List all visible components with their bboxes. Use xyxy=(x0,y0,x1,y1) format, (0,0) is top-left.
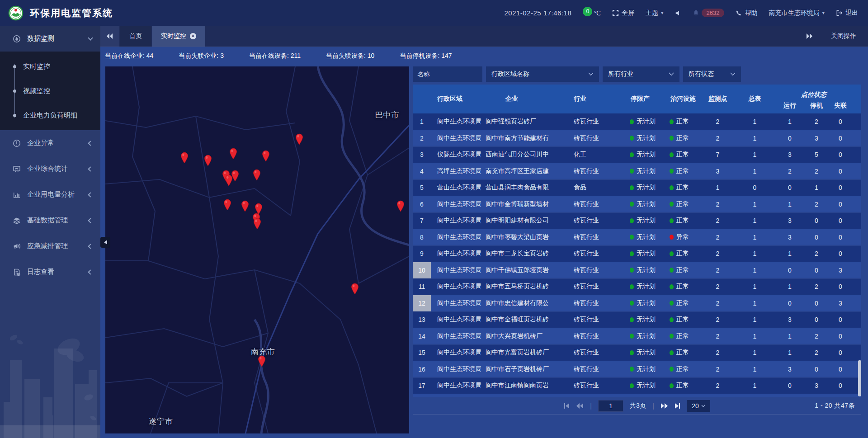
sidebar-subitem-1[interactable]: 视频监控 xyxy=(0,79,100,103)
cell-industry: 砖瓦行业 xyxy=(569,266,626,274)
fullscreen-button[interactable]: 全屏 xyxy=(612,9,634,17)
map-marker-pin[interactable] xyxy=(241,200,250,212)
tabs-scroll-left-button[interactable] xyxy=(100,26,119,47)
cell-region: 阆中生态环境局 xyxy=(431,332,481,340)
table-row[interactable]: 11阆中生态环境局阆中市五马桥页岩机砖砖瓦行业无计划正常21120 xyxy=(413,278,861,295)
sidebar-item-3[interactable]: 企业用电量分析 xyxy=(0,182,100,207)
cell-facility-status: 正常 xyxy=(666,283,700,291)
close-operations-button[interactable]: 关闭操作 xyxy=(831,32,856,40)
map-marker-pin[interactable] xyxy=(252,169,261,181)
map-marker-pin[interactable] xyxy=(295,133,304,145)
table-row[interactable]: 14阆中生态环境局阆中大兴页岩机砖厂砖瓦行业无计划正常21120 xyxy=(413,328,861,345)
table-row[interactable]: 7阆中生态环境局阆中明阳建材有限公司砖瓦行业无计划正常21300 xyxy=(413,212,861,229)
cell-company: 营山县润丰肉食品有限 xyxy=(481,184,569,192)
table-row[interactable]: 10阆中生态环境局阆中千佛镇五郎垭页岩砖瓦行业无计划正常21003 xyxy=(413,262,861,279)
page-size-select[interactable]: 20 xyxy=(687,400,710,412)
cell-facility-status: 正常 xyxy=(666,316,700,324)
tab-close-icon[interactable]: × xyxy=(190,33,196,39)
next-page-button[interactable] xyxy=(660,403,668,409)
sidebar-item-6[interactable]: 日志查看 xyxy=(0,259,100,285)
stat-item-4: 当前停机设备: 147 xyxy=(400,52,452,60)
sidebar-collapse-button[interactable] xyxy=(100,237,110,248)
record-range-label: 1 - 20 共47条 xyxy=(815,402,855,410)
table-row[interactable]: 5营山生态环境局营山县润丰肉食品有限食品无计划正常10010 xyxy=(413,179,861,196)
page-number-input[interactable] xyxy=(598,400,623,412)
status-dot-green-icon xyxy=(630,152,634,157)
right-panel: 行政区域名称 所有行业 所有状态 xyxy=(413,66,861,432)
sidebar-item-5[interactable]: 应急减排管理 xyxy=(0,233,100,259)
map-marker-pin[interactable] xyxy=(223,199,232,211)
cell-stopped: 2 xyxy=(805,118,828,125)
sidebar-item-1[interactable]: 企业异常 xyxy=(0,130,100,156)
table-row[interactable]: 12阆中生态环境局阆中市忠信建材有限公砖瓦行业无计划正常21003 xyxy=(413,295,861,312)
map-marker-pin[interactable] xyxy=(257,355,266,367)
map-marker-pin[interactable] xyxy=(396,200,405,212)
theme-dropdown[interactable]: 主题 ▾ xyxy=(646,9,664,17)
cell-monitor-points: 2 xyxy=(700,300,735,307)
table-row[interactable]: 8阆中生态环境局阆中市枣碧大梁山页岩砖瓦行业无计划异常21300 xyxy=(413,229,861,246)
row-number: 11 xyxy=(413,278,431,295)
table-row[interactable]: 13阆中生态环境局阆中市金福旺页岩机砖砖瓦行业无计划正常21300 xyxy=(413,311,861,328)
map-marker-pin[interactable] xyxy=(261,150,270,162)
map-city-label: 巴中市 xyxy=(375,110,400,120)
cell-company: 阆中千佛镇五郎垭页岩 xyxy=(481,266,569,274)
sidebar-item-4[interactable]: 基础数据管理 xyxy=(0,207,100,233)
row-number: 12 xyxy=(413,295,431,312)
notification-button[interactable]: 2632 xyxy=(693,9,725,17)
table-row[interactable]: 17阆中生态环境局阆中市江南镇阆南页岩砖瓦行业无计划正常21030 xyxy=(413,377,861,394)
map-panel[interactable]: 巴中市南充市遂宁市 xyxy=(105,66,409,433)
region-filter-value: 行政区域名称 xyxy=(491,70,529,78)
last-page-button[interactable] xyxy=(674,403,680,409)
tab-label: 首页 xyxy=(129,32,142,40)
theme-label: 主题 xyxy=(646,9,658,17)
map-marker-pin[interactable] xyxy=(180,152,189,164)
table-row[interactable]: 18南部生态环境局南部县砌伍上河有限公建材加工无计划正常60060 xyxy=(413,394,861,398)
table-row[interactable]: 1阆中生态环境局阆中强锐页岩砖厂砖瓦行业无计划正常21120 xyxy=(413,113,861,130)
table-row[interactable]: 9阆中生态环境局阆中市二龙长宝页岩砖砖瓦行业无计划正常21120 xyxy=(413,245,861,262)
sidebar-item-label: 数据监测 xyxy=(27,34,82,43)
sidebar-item-2[interactable]: 企业综合统计 xyxy=(0,156,100,182)
sidebar-subitem-0[interactable]: 实时监控 xyxy=(0,54,100,79)
tabs-scroll-right-button[interactable] xyxy=(807,33,813,39)
cell-facility-status: 正常 xyxy=(666,134,700,142)
col-industry: 行业 xyxy=(569,85,626,113)
tab-home[interactable]: 首页 xyxy=(120,26,151,47)
sidebar-subitem-label: 实时监控 xyxy=(23,62,50,71)
cell-monitor-points: 2 xyxy=(700,118,735,125)
help-button[interactable]: 帮助 xyxy=(736,9,757,17)
map-marker-pin[interactable] xyxy=(350,283,359,295)
tab-realtime-monitor[interactable]: 实时监控 × xyxy=(152,26,205,47)
status-dot-green-icon xyxy=(630,367,634,372)
table-row[interactable]: 2阆中生态环境局阆中市南方节能建材有砖瓦行业无计划正常21030 xyxy=(413,130,861,147)
cell-limit-status: 无计划 xyxy=(626,217,666,225)
chevron-left-icon xyxy=(88,141,93,146)
table-row[interactable]: 6阆中生态环境局阆中市金博瑞新型墙材砖瓦行业无计划正常21120 xyxy=(413,196,861,213)
sound-button[interactable] xyxy=(675,10,681,16)
map-marker-pin[interactable] xyxy=(229,148,238,160)
col-company: 企业 xyxy=(481,85,569,113)
status-filter-select[interactable]: 所有状态 xyxy=(683,66,741,82)
cell-offline: 3 xyxy=(828,300,853,307)
cell-company: 阆中市金福旺页岩机砖 xyxy=(481,316,569,324)
industry-filter-select[interactable]: 所有行业 xyxy=(603,66,679,82)
map-marker-pin[interactable] xyxy=(231,170,240,182)
user-org-dropdown[interactable]: 南充市生态环境局 ▾ xyxy=(769,9,825,17)
table-row[interactable]: 15阆中生态环境局阆中市光富页岩机砖厂砖瓦行业无计划正常21120 xyxy=(413,344,861,361)
map-marker-pin[interactable] xyxy=(203,155,212,166)
map-marker-pin[interactable] xyxy=(253,218,262,230)
logout-button[interactable]: 退出 xyxy=(836,9,858,17)
sidebar-item-label: 基础数据管理 xyxy=(27,216,82,225)
name-filter-input[interactable] xyxy=(413,66,482,82)
table-row[interactable]: 3仪陇生态环境局西南油气田分公司川中化工无计划正常71350 xyxy=(413,146,861,163)
sidebar-item-0[interactable]: 数据监测 xyxy=(0,26,100,52)
col-region: 行政区域 xyxy=(431,85,481,113)
region-filter-select[interactable]: 行政区域名称 xyxy=(486,66,599,82)
cell-region: 营山生态环境局 xyxy=(431,184,481,192)
prev-page-button[interactable] xyxy=(576,403,584,409)
cell-facility-status: 正常 xyxy=(666,151,700,159)
table-row[interactable]: 16阆中生态环境局阆中市石子页岩机砖厂砖瓦行业无计划正常21300 xyxy=(413,361,861,378)
sidebar-subitem-2[interactable]: 企业电力负荷明细 xyxy=(0,103,100,127)
table-scrollbar-thumb[interactable] xyxy=(858,360,861,396)
table-row[interactable]: 4高坪生态环境局南充市高坪区王家店建砖瓦行业无计划正常31220 xyxy=(413,163,861,180)
first-page-button[interactable] xyxy=(564,403,570,409)
